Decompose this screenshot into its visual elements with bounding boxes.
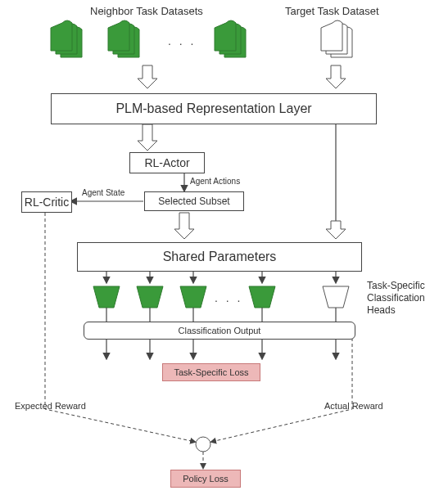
neighbor-datasets-label: Neighbor Task Datasets [90,5,203,17]
arrow-target-to-shared [326,221,346,239]
heads-side-label: Task-Specific Classification Heads [367,280,425,317]
rl-actor-label: RL-Actor [144,156,189,169]
arrow-plm-to-actor [138,124,157,151]
head-trap-3 [180,286,206,308]
expected-reward-label: Expected Reward [15,401,86,411]
top-ellipsis: . . . [168,34,196,47]
arrow-target-to-plm [326,65,346,88]
diagram-canvas: Neighbor Task Datasets Target Task Datas… [0,0,439,504]
head-trap-target [323,286,349,308]
policy-loss-label: Policy Loss [183,474,229,484]
heads-ellipsis: . . . [215,291,242,304]
actual-reward-label: Actual Reward [324,401,383,411]
rl-critic-box: RL-Critic [21,191,72,213]
target-dataset-label: Target Task Dataset [285,5,379,17]
agent-state-label: Agent State [82,188,124,197]
neighbor-stack-1 [51,20,82,57]
target-stack [321,20,352,57]
head-trap-4 [249,286,275,308]
actual-reward-path [211,338,352,442]
shared-params-label: Shared Parameters [163,250,277,264]
plm-box: PLM-based Representation Layer [51,93,377,124]
shared-params-box: Shared Parameters [77,242,362,272]
arrow-subset-to-shared [174,213,194,239]
head-trap-1 [93,286,120,308]
head-trap-2 [137,286,163,308]
reward-combine-circle [196,437,210,452]
class-output-label: Classification Output [179,326,261,335]
class-output-box: Classification Output [84,322,355,340]
task-loss-label: Task-Specific Loss [174,367,248,377]
arrow-neighbor-to-plm [138,65,157,88]
neighbor-stack-3 [215,20,246,57]
rl-critic-label: RL-Critic [25,196,69,209]
selected-subset-label: Selected Subset [158,196,229,207]
task-loss-box: Task-Specific Loss [162,363,260,381]
policy-loss-box: Policy Loss [170,470,241,488]
rl-actor-box: RL-Actor [129,152,205,173]
agent-actions-label: Agent Actions [190,177,240,186]
selected-subset-box: Selected Subset [144,191,244,211]
neighbor-stack-2 [108,20,139,57]
plm-label: PLM-based Representation Layer [115,101,311,116]
